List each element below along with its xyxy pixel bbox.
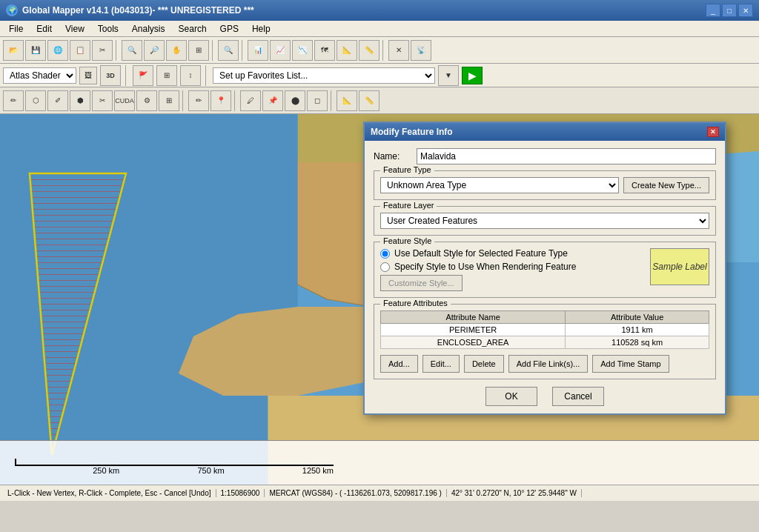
import-button[interactable]: 📋 — [70, 40, 90, 61]
feature-attributes-group: Feature Attributes Attribute Name Attrib… — [374, 304, 716, 379]
style-radio-2[interactable] — [380, 262, 390, 272]
feature-layer-label: Feature Layer — [380, 201, 437, 210]
feature-layer-content: User Created Features — [380, 213, 709, 229]
edit1[interactable]: ✏ — [3, 90, 24, 111]
draw6[interactable]: ◻ — [307, 90, 328, 111]
sep7 — [182, 90, 185, 111]
edit4[interactable]: ⬢ — [70, 90, 90, 111]
menu-file[interactable]: File — [3, 22, 29, 36]
open-button[interactable]: 📂 — [3, 40, 24, 61]
style-radio-1[interactable] — [380, 249, 390, 259]
edit2[interactable]: ⬡ — [25, 90, 46, 111]
menu-gps[interactable]: GPS — [214, 22, 245, 36]
feature-layer-combo-row: User Created Features — [380, 213, 709, 229]
menu-edit[interactable]: Edit — [30, 22, 58, 36]
style-option2-row: Specify Style to Use When Rendering Feat… — [380, 262, 643, 272]
feature-type-content: Unknown Area Type Create New Type... — [380, 177, 709, 193]
edit3[interactable]: ✐ — [47, 90, 68, 111]
draw3[interactable]: 🖊 — [240, 90, 261, 111]
zoom-out-button[interactable]: 🔎 — [144, 40, 165, 61]
add-file-link-button[interactable]: Add File Link(s)... — [508, 355, 589, 373]
draw2[interactable]: 📍 — [211, 90, 231, 111]
menu-view[interactable]: View — [59, 22, 90, 36]
favorites-dropdown[interactable]: Set up Favorites List... — [213, 67, 435, 84]
sep9 — [331, 90, 334, 111]
sep2 — [212, 40, 215, 61]
shader-dropdown[interactable]: Atlas Shader — [3, 67, 76, 84]
add-timestamp-button[interactable]: Add Time Stamp — [592, 355, 669, 373]
attributes-content: Attribute Name Attribute Value PERIMETER… — [380, 310, 709, 373]
sep8 — [234, 90, 237, 111]
zoom-in-button[interactable]: 🔍 — [122, 40, 142, 61]
dialog-buttons: OK Cancel — [374, 387, 716, 406]
add-attribute-button[interactable]: Add... — [380, 355, 418, 373]
style-option2-label: Specify Style to Use When Rendering Feat… — [394, 262, 576, 272]
ok-button[interactable]: OK — [485, 387, 537, 406]
save-button[interactable]: 💾 — [25, 40, 46, 61]
chart5-button[interactable]: 📐 — [337, 40, 357, 61]
shader-icon[interactable]: 🖼 — [79, 67, 97, 84]
pan-button[interactable]: ✋ — [166, 40, 187, 61]
gps-button[interactable]: 📡 — [411, 40, 431, 61]
feature-type-combo-row: Unknown Area Type Create New Type... — [380, 177, 709, 193]
dialog-content: Name: Feature Type Unknown Area Type Cre… — [365, 141, 725, 413]
edit8[interactable]: ⊞ — [159, 90, 179, 111]
arrow-button[interactable]: ↕ — [180, 65, 201, 86]
search-button[interactable]: 🔍 — [218, 40, 239, 61]
draw1[interactable]: ✏ — [188, 90, 209, 111]
map-area[interactable]: 250 km 750 km 1250 km Modify Feature Inf… — [0, 114, 759, 485]
restore-button[interactable]: □ — [722, 4, 737, 17]
close-button[interactable]: ✕ — [738, 4, 753, 17]
toolbar-3: ✏ ⬡ ✐ ⬢ ✂ CUDA ⚙ ⊞ ✏ 📍 🖊 📌 ⬤ ◻ 📐 📏 — [0, 87, 759, 114]
edit7[interactable]: ⚙ — [136, 90, 157, 111]
dialog-close-button[interactable]: ✕ — [707, 127, 719, 137]
cancel-button[interactable]: Cancel — [552, 387, 604, 406]
sep6 — [205, 65, 208, 86]
title-bar-controls[interactable]: _ □ ✕ — [706, 4, 753, 17]
edit5[interactable]: ✂ — [92, 90, 113, 111]
meas2[interactable]: 📏 — [359, 90, 380, 111]
dropdown-arrow[interactable]: ▼ — [438, 65, 459, 86]
tool-x[interactable]: ✕ — [388, 40, 409, 61]
delete-attribute-button[interactable]: Delete — [464, 355, 504, 373]
title-bar: 🌍 Global Mapper v14.1 (b043013)- *** UNR… — [0, 0, 759, 21]
flag-button[interactable]: 🚩 — [133, 65, 153, 86]
menu-tools[interactable]: Tools — [92, 22, 125, 36]
draw4[interactable]: 📌 — [262, 90, 283, 111]
attr-name-1: ENCLOSED_AREA — [381, 336, 566, 349]
menu-search[interactable]: Search — [173, 22, 213, 36]
meas1[interactable]: 📐 — [337, 90, 357, 111]
name-label: Name: — [374, 151, 411, 162]
edit6[interactable]: CUDA — [114, 90, 135, 111]
modal-dialog: Modify Feature Info ✕ Name: Feature Type — [363, 122, 726, 415]
chart2-button[interactable]: 📈 — [270, 40, 291, 61]
feature-layer-select[interactable]: User Created Features — [380, 213, 709, 229]
minimize-button[interactable]: _ — [706, 4, 720, 17]
3d-button[interactable]: 3D — [100, 65, 121, 86]
status-seg-3: MERCAT (WGS84) - ( -1136261.073, 5209817… — [265, 489, 447, 497]
chart6-button[interactable]: 📏 — [359, 40, 380, 61]
chart3-button[interactable]: 📉 — [292, 40, 313, 61]
customize-style-button[interactable]: Customize Style... — [380, 275, 463, 291]
chart4-button[interactable]: 🗺 — [314, 40, 335, 61]
app-icon: 🌍 — [6, 4, 18, 16]
menu-bar: File Edit View Tools Analysis Search GPS… — [0, 21, 759, 37]
feature-type-group: Feature Type Unknown Area Type Create Ne… — [374, 170, 716, 200]
name-input[interactable] — [417, 148, 716, 164]
zoom-extent-button[interactable]: ⊞ — [188, 40, 209, 61]
create-new-type-button[interactable]: Create New Type... — [623, 177, 709, 193]
menu-help[interactable]: Help — [246, 22, 276, 36]
menu-analysis[interactable]: Analysis — [126, 22, 171, 36]
sample-label-box: Sample Label — [650, 248, 709, 285]
chart1-button[interactable]: 📊 — [248, 40, 268, 61]
table-row: ENCLOSED_AREA 110528 sq km — [381, 336, 709, 349]
draw5[interactable]: ⬤ — [285, 90, 305, 111]
attribute-buttons: Add... Edit... Delete Add File Link(s)..… — [380, 355, 709, 373]
tool5[interactable]: ✂ — [92, 40, 113, 61]
feature-type-select[interactable]: Unknown Area Type — [380, 177, 619, 193]
grid-button[interactable]: ⊞ — [156, 65, 177, 86]
web-button[interactable]: 🌐 — [47, 40, 68, 61]
play-button[interactable]: ▶ — [462, 67, 483, 84]
edit-attribute-button[interactable]: Edit... — [422, 355, 460, 373]
status-bar: L-Click - New Vertex, R-Click - Complete… — [0, 485, 759, 501]
